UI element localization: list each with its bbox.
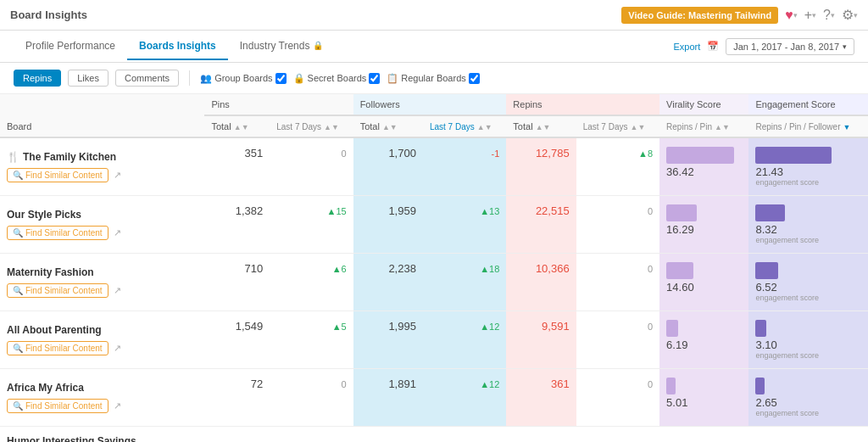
main-content: Board Pins Followers Repins Virality Sco… xyxy=(0,94,868,442)
col-header-pins-7days[interactable]: Last 7 Days ▲▼ xyxy=(270,115,353,137)
repins-7days-value: 0 xyxy=(583,379,653,389)
pins-7days-cell: 0 xyxy=(270,137,353,196)
followers-7days-value: ▲12 xyxy=(430,379,499,389)
virality-bar xyxy=(666,262,693,279)
group-boards-checkbox[interactable] xyxy=(275,73,287,84)
plus-button[interactable]: +▾ xyxy=(804,8,816,23)
tab-profile-performance[interactable]: Profile Performance xyxy=(14,33,127,60)
virality-value: 5.01 xyxy=(666,396,687,409)
filter-secret-boards[interactable]: 🔒 Secret Boards xyxy=(293,73,381,84)
export-button[interactable]: Export xyxy=(673,42,700,52)
filter-group-boards[interactable]: 👥 Group Boards xyxy=(200,73,286,84)
col-header-repins-group: Repins xyxy=(506,94,659,115)
sort-arrow-pins-7: ▲▼ xyxy=(324,123,339,131)
external-link-icon[interactable]: ↗ xyxy=(114,285,121,296)
find-similar-button[interactable]: 🔍Find Similar Content xyxy=(7,168,108,182)
virality-cell: 6.19 xyxy=(659,311,748,369)
engagement-score-value: 3.10 xyxy=(755,338,776,351)
repins-7days-value: 0 xyxy=(583,264,653,274)
empty-cell xyxy=(270,427,353,443)
repins-total-value: 10,366 xyxy=(513,262,569,275)
followers-7days-cell: ▲12 xyxy=(423,369,506,427)
col-header-virality[interactable]: Repins / Pin ▲▼ xyxy=(659,115,748,137)
external-link-icon[interactable]: ↗ xyxy=(114,343,121,354)
search-icon: 🔍 xyxy=(13,228,23,238)
filter-likes-button[interactable]: Likes xyxy=(68,70,108,87)
col-header-followers-7days[interactable]: Last 7 Days ▲▼ xyxy=(423,115,506,137)
col-header-followers-total[interactable]: Total ▲▼ xyxy=(353,115,423,137)
virality-bar-container: 6.19 xyxy=(666,320,742,351)
date-range-picker[interactable]: Jan 1, 2017 - Jan 8, 2017 ▾ xyxy=(726,38,854,55)
regular-boards-checkbox[interactable] xyxy=(469,73,480,84)
board-name: All About Parenting xyxy=(7,324,198,336)
sort-arrow-pins-total: ▲▼ xyxy=(234,123,249,131)
pins-total-cell: 72 xyxy=(204,369,270,427)
followers-7days-cell: ▲12 xyxy=(423,311,506,369)
col-header-pins-total[interactable]: Total ▲▼ xyxy=(204,115,270,137)
search-icon: 🔍 xyxy=(13,286,23,295)
empty-cell xyxy=(748,427,868,443)
board-actions: 🔍Find Similar Content↗ xyxy=(7,283,198,298)
filter-regular-boards[interactable]: 📋 Regular Boards xyxy=(387,73,479,84)
filter-comments-button[interactable]: Comments xyxy=(115,70,179,87)
help-button[interactable]: ?▾ xyxy=(823,8,835,23)
virality-bar-container: 5.01 xyxy=(666,378,742,409)
followers-total-value: 1,891 xyxy=(360,378,416,390)
find-similar-button[interactable]: 🔍Find Similar Content xyxy=(7,341,108,355)
external-link-icon[interactable]: ↗ xyxy=(114,170,121,181)
tab-industry-trends[interactable]: Industry Trends 🔒 xyxy=(228,33,336,60)
external-link-icon[interactable]: ↗ xyxy=(114,227,121,238)
engagement-bar-container: 6.52 engagement score xyxy=(755,262,861,302)
sub-nav: Profile Performance Boards Insights Indu… xyxy=(0,31,868,63)
table-row: All About Parenting🔍Find Similar Content… xyxy=(0,311,868,369)
virality-cell: 5.01 xyxy=(659,369,748,427)
col-header-virality-group: Virality Score xyxy=(659,94,748,115)
followers-7days-value: ▲13 xyxy=(430,206,499,216)
tab-boards-insights[interactable]: Boards Insights xyxy=(127,33,228,60)
external-link-icon[interactable]: ↗ xyxy=(114,400,121,411)
engagement-bar xyxy=(755,147,832,164)
pins-7days-cell: ▲6 xyxy=(270,254,353,311)
engagement-score-label: engagement score xyxy=(755,178,819,187)
col-header-repins-total[interactable]: Total ▲▼ xyxy=(506,115,576,137)
col-header-engagement[interactable]: Repins / Pin / Follower ▼ xyxy=(748,115,868,137)
pins-total-value: 72 xyxy=(211,378,263,390)
search-icon: 🔍 xyxy=(13,171,23,180)
engagement-bar-container: 8.32 engagement score xyxy=(755,204,861,244)
secret-boards-checkbox[interactable] xyxy=(369,73,380,84)
empty-cell xyxy=(353,427,423,443)
group-boards-icon: 👥 xyxy=(200,73,212,84)
find-similar-button[interactable]: 🔍Find Similar Content xyxy=(7,226,108,240)
pins-total-cell: 710 xyxy=(204,254,270,311)
col-header-followers-group: Followers xyxy=(353,94,507,115)
engagement-bar xyxy=(755,262,778,279)
pins-total-cell: 351 xyxy=(204,137,270,196)
repins-7days-cell: 0 xyxy=(576,369,659,427)
repins-7days-cell: 0 xyxy=(576,254,659,311)
empty-cell xyxy=(204,427,270,443)
engagement-score-value: 8.32 xyxy=(755,223,776,236)
find-similar-button[interactable]: 🔍Find Similar Content xyxy=(7,283,108,298)
pins-7days-value: 0 xyxy=(276,379,346,389)
top-nav-left: Board Insights xyxy=(10,8,87,21)
heart-button[interactable]: ♥▾ xyxy=(785,8,798,23)
repins-total-value: 12,785 xyxy=(513,147,569,159)
chevron-down-icon: ▾ xyxy=(843,42,847,51)
followers-7days-value: ▲12 xyxy=(430,322,499,332)
settings-button[interactable]: ⚙▾ xyxy=(842,7,858,23)
board-actions: 🔍Find Similar Content↗ xyxy=(7,341,198,355)
video-guide-button[interactable]: Video Guide: Mastering Tailwind xyxy=(621,7,778,24)
virality-bar-container: 14.60 xyxy=(666,262,742,294)
empty-cell xyxy=(576,427,659,443)
engagement-score-value: 21.43 xyxy=(755,165,783,178)
sub-nav-right: Export 📅 Jan 1, 2017 - Jan 8, 2017 ▾ xyxy=(673,38,854,55)
virality-value: 6.19 xyxy=(666,338,687,351)
sort-arrow-followers-total: ▲▼ xyxy=(382,123,398,131)
pins-total-cell: 1,549 xyxy=(204,311,270,369)
col-header-repins-7days[interactable]: Last 7 Days ▲▼ xyxy=(576,115,659,137)
filter-repins-button[interactable]: Repins xyxy=(14,70,61,87)
board-name: Our Style Picks xyxy=(7,209,198,221)
board-icon: 🍴 xyxy=(7,151,19,163)
table-wrapper: Board Pins Followers Repins Virality Sco… xyxy=(0,94,868,442)
find-similar-button[interactable]: 🔍Find Similar Content xyxy=(7,399,108,413)
